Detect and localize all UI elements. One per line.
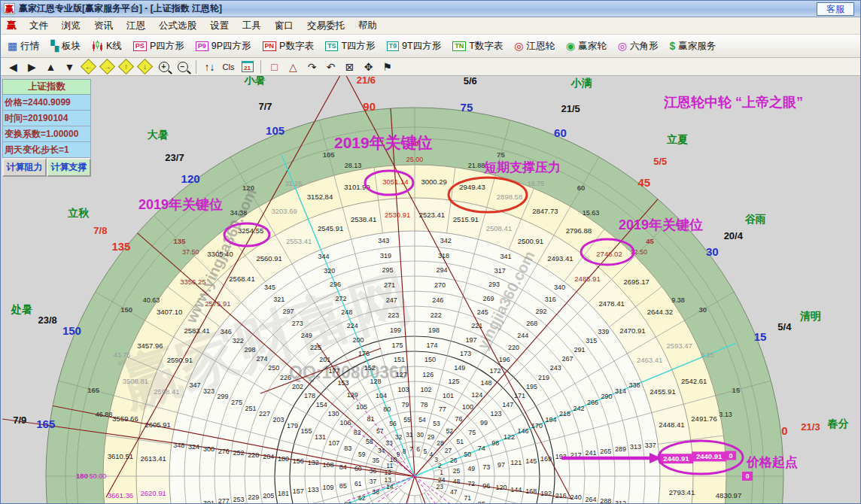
- svg-text:2500.91: 2500.91: [518, 237, 543, 245]
- svg-text:277: 277: [218, 497, 230, 504]
- svg-text:180: 180: [76, 472, 88, 480]
- svg-text:90: 90: [363, 100, 376, 113]
- customer-service-button[interactable]: 客服: [817, 2, 854, 16]
- menu-item-7[interactable]: 窗口: [268, 18, 300, 34]
- svg-text:31: 31: [406, 431, 413, 439]
- menu-logo-icon: 赢: [7, 19, 17, 32]
- svg-text:83: 83: [344, 445, 351, 452]
- svg-text:3000.29: 3000.29: [421, 178, 446, 186]
- candles-icon: [92, 41, 103, 52]
- svg-text:3.13: 3.13: [719, 411, 732, 418]
- arc-cw-tool[interactable]: ↷: [303, 59, 321, 74]
- svg-text:229: 229: [248, 493, 259, 501]
- svg-text:196: 196: [499, 356, 510, 363]
- rect-tool[interactable]: □: [265, 59, 284, 74]
- svg-text:129: 129: [347, 391, 358, 399]
- svg-text:2470.91: 2470.91: [619, 326, 645, 335]
- menu-item-6[interactable]: 工具: [236, 18, 268, 34]
- nav-back[interactable]: ◀: [4, 59, 23, 74]
- zoom-out[interactable]: −: [173, 59, 192, 74]
- svg-text:169: 169: [540, 455, 552, 463]
- toolbar-P数字表[interactable]: PNP数字表: [260, 38, 316, 54]
- box-select-tool[interactable]: ⊠: [340, 59, 359, 74]
- panel-button-0[interactable]: 计算阻力: [2, 158, 47, 177]
- toolbar-板块[interactable]: ▚板块: [48, 38, 83, 54]
- toolbar-行情[interactable]: ▦行情: [5, 38, 41, 54]
- svg-text:135: 135: [174, 237, 187, 245]
- svg-text:200: 200: [352, 336, 364, 344]
- panel-button-1[interactable]: 计算支撑: [47, 158, 91, 177]
- svg-text:289: 289: [615, 445, 626, 453]
- app-logo-icon: 赢: [4, 3, 15, 14]
- menu-item-2[interactable]: 资讯: [87, 18, 120, 34]
- pan-right[interactable]: →: [98, 59, 117, 74]
- svg-text:3661.36: 3661.36: [108, 491, 133, 499]
- nav-forward[interactable]: ▶: [23, 59, 41, 74]
- step-down[interactable]: ▼: [60, 59, 79, 74]
- flag-tool[interactable]: ⚑: [378, 59, 397, 74]
- svg-text:35: 35: [373, 457, 380, 464]
- toolbar-9T四方形[interactable]: T99T四方形: [385, 38, 444, 54]
- svg-text:95: 95: [478, 500, 485, 504]
- toolbar-T数字表[interactable]: TNT数字表: [450, 38, 505, 54]
- toolbar-9P四方形[interactable]: P99P四方形: [193, 38, 254, 54]
- rings-magenta-icon: ◎: [618, 41, 627, 51]
- svg-text:120: 120: [495, 484, 507, 491]
- toolbar-P四方形[interactable]: PSP四方形: [131, 38, 187, 54]
- pan-up[interactable]: ↑: [117, 59, 135, 74]
- svg-text:2515.91: 2515.91: [453, 215, 479, 223]
- cls-tool[interactable]: Cls: [219, 59, 238, 74]
- svg-text:2583.41: 2583.41: [184, 326, 209, 335]
- zoom-in[interactable]: +: [154, 59, 173, 74]
- step-up[interactable]: ▲: [41, 59, 60, 74]
- svg-text:2485.91: 2485.91: [574, 275, 600, 283]
- svg-text:127: 127: [396, 371, 407, 378]
- toolbar-江恩轮[interactable]: ◎江恩轮: [512, 38, 557, 54]
- svg-text:342: 342: [440, 237, 452, 244]
- svg-text:344: 344: [318, 253, 330, 260]
- menu-item-4[interactable]: 公式选股: [152, 18, 203, 34]
- move-tool[interactable]: ✥: [359, 59, 378, 74]
- svg-text:30: 30: [699, 305, 707, 314]
- svg-text:103: 103: [397, 386, 409, 393]
- svg-text:171: 171: [514, 392, 525, 399]
- pan-left[interactable]: ←: [79, 59, 98, 74]
- svg-text:7/9: 7/9: [13, 414, 26, 426]
- time-axis-tool[interactable]: ↑↓: [200, 59, 219, 74]
- svg-text:155: 155: [300, 427, 312, 435]
- toolbar-赢家轮[interactable]: ◉赢家轮: [564, 38, 609, 54]
- toolbar-T四方形[interactable]: TST四方形: [323, 38, 378, 54]
- svg-text:253: 253: [233, 496, 244, 503]
- pan-down[interactable]: ↓: [135, 59, 154, 74]
- svg-text:216: 216: [555, 492, 567, 499]
- svg-text:74: 74: [478, 445, 485, 452]
- svg-text:30: 30: [417, 431, 424, 439]
- svg-text:2440.91: 2440.91: [696, 452, 723, 460]
- menu-item-5[interactable]: 设置: [203, 18, 236, 34]
- menu-item-3[interactable]: 江恩: [120, 18, 152, 34]
- toolbar-赢家服务[interactable]: $赢家服务: [667, 38, 718, 54]
- svg-text:55: 55: [403, 416, 411, 424]
- calendar-tool[interactable]: 21: [238, 59, 257, 74]
- menu-item-1[interactable]: 浏览: [55, 18, 87, 34]
- gann-wheel-svg[interactable]: QQ:100800360www.yingjia360.comyingjia360…: [1, 76, 861, 504]
- svg-text:2695.17: 2695.17: [624, 278, 650, 286]
- toolbar-K线[interactable]: K线: [90, 38, 124, 54]
- svg-text:15.63: 15.63: [583, 209, 600, 217]
- menu-item-8[interactable]: 交易委托: [300, 18, 351, 34]
- svg-text:86: 86: [344, 500, 351, 504]
- arc-ccw-tool[interactable]: ↶: [321, 59, 340, 74]
- menu-item-9[interactable]: 帮助: [351, 18, 384, 34]
- svg-text:343: 343: [378, 237, 389, 244]
- titlebar: 赢 赢家江恩专业版[赢家服务平台] - [上证指数 江恩轮] 客服: [1, 1, 860, 17]
- toolbar-六角形[interactable]: ◎六角形: [616, 38, 661, 54]
- index-panel: 上证指数 价格=2440.9099时间=20190104变换系数=1.00000…: [2, 79, 91, 177]
- svg-text:25: 25: [453, 467, 461, 475]
- window-title: 赢家江恩专业版[赢家服务平台] - [上证指数 江恩轮]: [19, 2, 222, 15]
- svg-text:46.88: 46.88: [96, 411, 113, 418]
- svg-text:2523.41: 2523.41: [419, 211, 445, 219]
- toolbar-label: 9T四方形: [402, 40, 441, 53]
- menu-item-0[interactable]: 文件: [23, 18, 55, 34]
- svg-text:2593.47: 2593.47: [666, 342, 692, 350]
- triangle-tool[interactable]: △: [284, 59, 303, 74]
